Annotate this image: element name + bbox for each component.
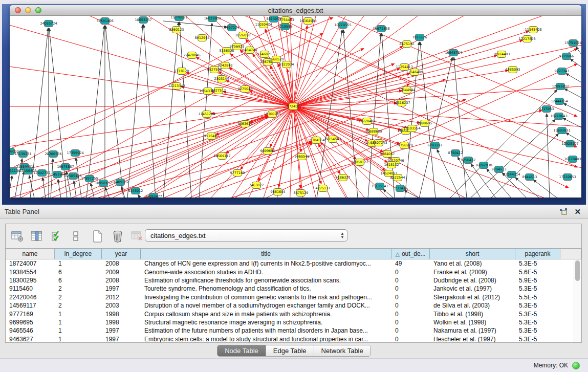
cell-title[interactable]: Disruption of a novel member of a sodium… [141, 302, 391, 309]
tab-edge-table[interactable]: Edge Table [266, 345, 314, 356]
cell-year[interactable]: 2012 [102, 294, 141, 301]
network-window-titlebar[interactable]: citations_edges.txt [10, 5, 581, 16]
graph-node[interactable]: 15693931 [553, 127, 570, 134]
graph-node[interactable]: 9465546 [295, 154, 310, 160]
cell-pagerank[interactable]: 5.3E-5 [515, 285, 560, 292]
cell-out_de[interactable]: 0 [391, 311, 430, 318]
graph-node[interactable]: 12505135 [64, 173, 81, 180]
table-row[interactable]: 946362711997Embryonic stem cells: a mode… [6, 335, 574, 342]
graph-node[interactable]: 10316237 [393, 100, 410, 106]
cell-name[interactable]: 9463627 [6, 336, 55, 342]
graph-node[interactable]: 16092038 [475, 162, 492, 169]
table-row[interactable]: 977716911998Corpus callosum shape and si… [6, 310, 574, 318]
graph-node[interactable]: 11451284 [198, 111, 215, 118]
graph-node[interactable]: 12093477 [145, 193, 162, 198]
cell-pagerank[interactable]: 5.5E-5 [515, 294, 560, 301]
column-header-year[interactable]: year [102, 249, 141, 259]
cell-title[interactable]: Corpus callosum shape and size in male p… [141, 311, 391, 318]
graph-node[interactable]: 2718120 [175, 68, 189, 75]
graph-node[interactable]: 9218586 [278, 24, 293, 30]
graph-node[interactable]: 12444154 [551, 98, 568, 105]
cell-out_de[interactable]: 0 [391, 336, 430, 342]
cell-name[interactable]: 19384554 [6, 269, 55, 276]
graph-node[interactable]: 16770483 [564, 156, 581, 163]
tab-node-table[interactable]: Node Table [217, 345, 266, 356]
cell-in_degree[interactable]: 1 [55, 311, 102, 318]
table-row[interactable]: 1872400712008Changes of HCN gene express… [6, 259, 574, 268]
graph-node[interactable]: 16033809 [204, 16, 221, 22]
cell-name[interactable]: 9777169 [6, 311, 55, 318]
graph-node[interactable]: 9777169 [230, 170, 245, 177]
graph-node[interactable]: 8944513 [522, 174, 537, 181]
graph-node[interactable]: 9884067 [380, 151, 395, 158]
graph-node[interactable]: 9699695 [260, 148, 275, 155]
graph-node[interactable]: 10719155 [334, 22, 351, 29]
cell-short[interactable]: Tibbo et al. (1998) [430, 311, 515, 318]
cell-name[interactable]: 18724007 [6, 260, 55, 267]
graph-node[interactable]: 16409332 [112, 179, 128, 186]
cell-year[interactable]: 1998 [102, 319, 141, 326]
graph-node[interactable]: 11030474 [255, 21, 272, 28]
float-panel-icon[interactable] [559, 208, 568, 216]
minimize-window-button[interactable] [25, 7, 31, 13]
cell-title[interactable]: Genome-wide association studies in ADHD. [141, 269, 391, 276]
cell-in_degree[interactable]: 1 [55, 327, 102, 334]
cell-year[interactable]: 1997 [102, 285, 141, 292]
graph-node[interactable]: 9227343 [555, 68, 570, 75]
cell-year[interactable]: 2008 [102, 277, 141, 284]
table-row[interactable]: 946554611997Estimation of the future num… [6, 326, 574, 335]
graph-node[interactable]: 20206536 [45, 151, 61, 158]
graph-node[interactable]: 10688609 [365, 128, 382, 135]
cell-out_de[interactable]: 0 [391, 294, 430, 301]
graph-node[interactable]: 8912954 [195, 35, 210, 41]
graph-node[interactable]: 2522544 [390, 174, 405, 181]
graph-node[interactable]: 10653237 [135, 17, 151, 24]
graph-node[interactable]: 8750412 [448, 150, 463, 157]
cell-in_degree[interactable]: 2 [55, 302, 102, 309]
graph-node[interactable]: 9794513 [492, 166, 507, 173]
graph-node[interactable]: 12213343 [168, 83, 185, 90]
cell-title[interactable]: Changes of HCN gene expression and I(f) … [141, 260, 391, 267]
cell-pagerank[interactable]: 5.3E-5 [515, 260, 560, 267]
graph-node[interactable]: 19384554 [308, 137, 324, 144]
cell-pagerank[interactable]: 5.3E-5 [515, 327, 560, 334]
graph-node[interactable]: 16671358 [373, 26, 389, 32]
graph-node[interactable]: 17942737 [33, 170, 50, 177]
cell-out_de[interactable]: 49 [391, 260, 430, 267]
graph-node[interactable]: 12093832 [552, 83, 569, 90]
cell-title[interactable]: Structural magnetic resonance image aver… [141, 319, 391, 326]
graph-node[interactable]: 15135141 [371, 183, 388, 190]
cell-short[interactable]: Stergiakouli et al. (2012) [430, 294, 515, 301]
graph-node[interactable]: 17210653 [559, 174, 576, 181]
delete-column-button[interactable] [110, 229, 125, 244]
table-row[interactable]: 1938455462009Genome-wide association stu… [6, 268, 574, 276]
table-row[interactable]: 911546021997Tourette syndrome. Phenomeno… [6, 285, 574, 293]
graph-node[interactable]: 16210643 [550, 113, 567, 120]
cell-out_de[interactable]: 0 [391, 277, 430, 284]
table-row[interactable]: 1456911722003Disruption of a novel membe… [6, 301, 574, 310]
row-height-button[interactable] [68, 229, 83, 244]
graph-node[interactable]: 16648784 [445, 50, 462, 56]
cell-year[interactable]: 2008 [102, 260, 141, 267]
column-header-short[interactable]: short [430, 249, 515, 259]
table-row[interactable]: 2242004622012Investigating the contribut… [6, 293, 574, 301]
column-header-in_degree[interactable]: in_degree [55, 249, 102, 259]
cell-pagerank[interactable]: 5.3E-5 [515, 311, 560, 318]
graph-node[interactable]: 9329966 [559, 53, 574, 60]
graph-node[interactable]: 15751074 [564, 40, 581, 47]
cell-pagerank[interactable]: 5.9E-5 [515, 277, 560, 284]
graph-node[interactable]: 9899695 [418, 120, 432, 127]
graph-node[interactable]: 22420046 [183, 52, 200, 59]
cell-in_degree[interactable]: 1 [55, 319, 102, 326]
cell-short[interactable]: Dudbridge et al. (2008) [430, 277, 515, 284]
select-columns-button[interactable] [49, 229, 64, 244]
graph-node[interactable]: 6793197 [428, 142, 443, 149]
cell-short[interactable]: Jankovic et al. (1997) [430, 285, 515, 292]
scrollbar-thumb[interactable] [575, 260, 580, 281]
graph-node[interactable]: 7485093 [506, 67, 520, 73]
column-header-pagerank[interactable]: pagerank [515, 249, 560, 259]
cell-year[interactable]: 1997 [102, 327, 141, 334]
graph-node[interactable]: 11548408 [525, 27, 541, 33]
cell-in_degree[interactable]: 1 [55, 260, 102, 267]
cell-title[interactable]: Estimation of the future numbers of pati… [141, 327, 391, 334]
